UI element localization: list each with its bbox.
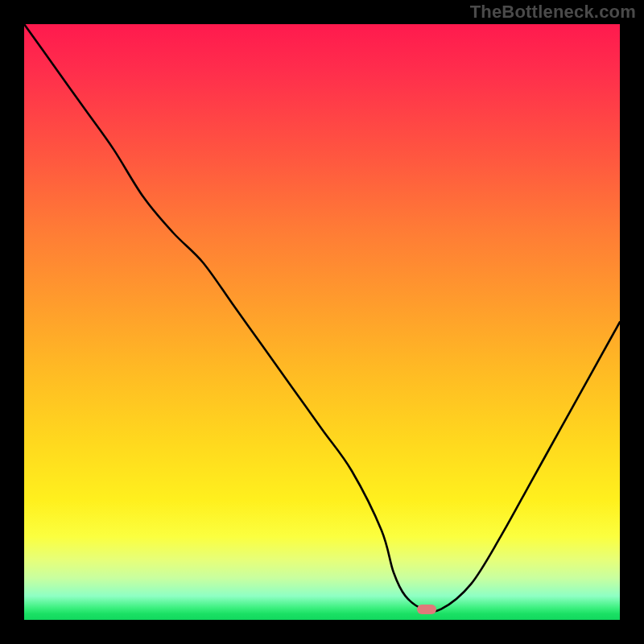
- bottleneck-curve: [24, 24, 620, 620]
- watermark-text: TheBottleneck.com: [470, 2, 636, 23]
- bottleneck-marker: [417, 605, 436, 614]
- frame: TheBottleneck.com: [0, 0, 644, 644]
- plot-area: [24, 24, 620, 620]
